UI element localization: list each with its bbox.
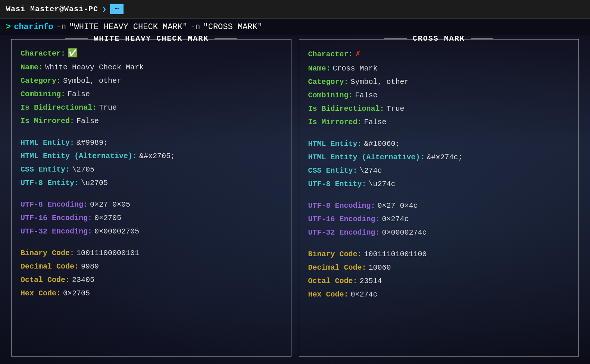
cross-combining-value: False [355, 90, 378, 101]
command-line: > charinfo -n "WHITE HEAVY CHECK MARK" -… [0, 19, 590, 35]
check-category-row: Category: Symbol, other [21, 75, 282, 87]
check-css-entity-label: CSS Entity: [21, 164, 70, 176]
cross-utf16-enc-row: UTF-16 Encoding: 0×274c [308, 213, 570, 225]
cross-binary-row: Binary Code: 10011101001100 [308, 248, 570, 260]
check-name-row: Name: White Heavy Check Mark [21, 62, 282, 73]
cross-binary-label: Binary Code: [308, 248, 362, 260]
check-combining-value: False [68, 88, 90, 100]
cross-mirrored-row: Is Mirrored: False [308, 116, 570, 128]
check-utf32-enc-value: 0×00002705 [94, 226, 139, 238]
terminal-window: Wasi Master@Wasi-PC ❯ ~ > charinfo -n "W… [0, 0, 590, 364]
check-binary-value: 10011100000101 [77, 247, 139, 259]
title-line-left [65, 38, 88, 39]
cross-octal-value: 23514 [360, 275, 382, 287]
check-utf8-enc-row: UTF-8 Encoding: 0×27 0×05 [21, 199, 282, 211]
check-utf16-enc-label: UTF-16 Encoding: [21, 212, 92, 224]
cross-character-row: Character: ✗ [308, 47, 570, 61]
cross-utf32-enc-row: UTF-32 Encoding: 0×0000274c [308, 227, 570, 239]
check-utf16-enc-value: 0×2705 [94, 212, 121, 224]
check-mirrored-value: False [77, 115, 99, 127]
check-octal-label: Octal Code: [21, 274, 70, 286]
cross-decimal-value: 10060 [369, 262, 391, 274]
cross-utf8-entity-row: UTF-8 Entity: \u274c [308, 178, 570, 190]
cross-panel-title: CROSS MARK [410, 34, 467, 43]
cross-css-entity-row: CSS Entity: \274c [308, 165, 570, 177]
cross-octal-label: Octal Code: [308, 275, 358, 287]
check-panel-title-bar: WHITE HEAVY CHECK MARK [65, 34, 237, 43]
cross-html-entity-alt-row: HTML Entity (Alternative): &#x274c; [308, 151, 570, 163]
check-css-entity-row: CSS Entity: \2705 [21, 164, 282, 176]
check-bidi-value: True [99, 102, 117, 114]
cross-html-entity-value: &#10060; [364, 138, 400, 150]
check-hex-row: Hex Code: 0×2705 [21, 288, 282, 299]
check-html-entity-alt-label: HTML Entity (Alternative): [21, 150, 137, 162]
check-utf16-enc-row: UTF-16 Encoding: 0×2705 [21, 212, 282, 224]
cross-utf8-entity-label: UTF-8 Entity: [308, 178, 366, 190]
check-octal-row: Octal Code: 23405 [21, 274, 282, 286]
check-name-value: White Heavy Check Mark [45, 62, 144, 73]
check-decimal-value: 9989 [81, 261, 99, 273]
check-utf8-entity-row: UTF-8 Entity: \u2705 [21, 177, 282, 189]
main-content: WHITE HEAVY CHECK MARK Character: ✅ Name… [0, 35, 590, 364]
check-html-entity-alt-row: HTML Entity (Alternative): &#x2705; [21, 150, 282, 162]
cross-bidi-row: Is Bidirectional: True [308, 103, 570, 115]
check-utf32-enc-label: UTF-32 Encoding: [21, 226, 92, 238]
cross-css-entity-label: CSS Entity: [308, 165, 358, 177]
check-decimal-row: Decimal Code: 9989 [21, 261, 282, 273]
cross-html-entity-alt-label: HTML Entity (Alternative): [308, 151, 425, 163]
cross-category-row: Category: Symbol, other [308, 76, 570, 88]
cmd-arg2: "CROSS MARK" [203, 22, 262, 32]
cross-utf8-enc-row: UTF-8 Encoding: 0×27 0×4c [308, 200, 570, 212]
cross-hex-value: 0×274c [351, 289, 378, 301]
cross-category-value: Symbol, other [351, 76, 409, 88]
cross-mirrored-label: Is Mirrored: [308, 116, 362, 128]
check-character-value: ✅ [68, 47, 78, 60]
prompt-arrow: > [6, 22, 11, 32]
cross-octal-row: Octal Code: 23514 [308, 275, 570, 287]
cross-hex-label: Hex Code: [308, 289, 349, 301]
check-hex-label: Hex Code: [21, 288, 61, 299]
cross-hex-row: Hex Code: 0×274c [308, 289, 570, 301]
title-user: Wasi Master@Wasi-PC [6, 5, 98, 13]
check-binary-row: Binary Code: 10011100000101 [21, 247, 282, 259]
check-mirrored-label: Is Mirrored: [21, 115, 74, 127]
check-binary-label: Binary Code: [21, 247, 74, 259]
cross-utf8-entity-value: \u274c [369, 178, 396, 190]
check-hex-value: 0×2705 [63, 288, 90, 299]
cross-decimal-label: Decimal Code: [308, 262, 366, 274]
chevron-icon: ❯ [102, 4, 106, 14]
check-css-entity-value: \2705 [72, 164, 94, 176]
check-mirrored-row: Is Mirrored: False [21, 115, 282, 127]
check-panel-title: WHITE HEAVY CHECK MARK [91, 34, 211, 43]
check-html-entity-label: HTML Entity: [21, 137, 74, 149]
cross-binary-value: 10011101001100 [364, 248, 427, 260]
check-name-label: Name: [21, 62, 43, 73]
cross-utf32-enc-label: UTF-32 Encoding: [308, 227, 380, 239]
cmd-charinfo: charinfo [14, 22, 53, 32]
check-character-label: Character: [21, 48, 65, 60]
title-tilde: ~ [110, 4, 124, 14]
cross-character-value: ✗ [355, 47, 360, 61]
check-category-value: Symbol, other [63, 75, 121, 87]
check-category-label: Category: [21, 75, 61, 87]
check-combining-row: Combining: False [21, 88, 282, 100]
cross-combining-label: Combining: [308, 90, 353, 101]
check-decimal-label: Decimal Code: [21, 261, 79, 273]
cross-utf16-enc-label: UTF-16 Encoding: [308, 213, 380, 225]
cross-mirrored-value: False [364, 116, 387, 128]
cross-utf8-enc-label: UTF-8 Encoding: [308, 200, 375, 212]
check-html-entity-alt-value: &#x2705; [139, 150, 175, 162]
title-line-right [215, 38, 237, 39]
cross-html-entity-label: HTML Entity: [308, 138, 362, 150]
cross-name-label: Name: [308, 63, 331, 75]
cmd-arg1: "WHITE HEAVY CHECK MARK" [69, 22, 187, 32]
check-mark-panel: WHITE HEAVY CHECK MARK Character: ✅ Name… [11, 39, 291, 357]
cmd-flag1: -n [56, 22, 66, 32]
check-utf8-enc-label: UTF-8 Encoding: [21, 199, 88, 211]
cross-css-entity-value: \274c [360, 165, 382, 177]
cross-mark-panel: CROSS MARK Character: ✗ Name: Cross Mark… [299, 39, 579, 357]
cross-utf8-enc-value: 0×27 0×4c [378, 200, 418, 212]
cross-category-label: Category: [308, 76, 349, 88]
cross-character-label: Character: [308, 48, 353, 60]
cross-combining-row: Combining: False [308, 90, 570, 101]
